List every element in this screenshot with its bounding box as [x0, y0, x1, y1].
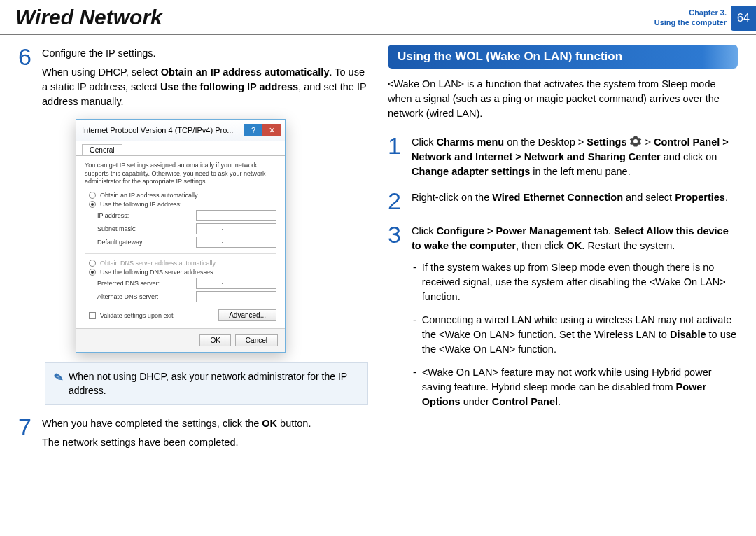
help-icon[interactable]: ?	[244, 124, 262, 136]
field-pref-dns: Preferred DNS server: . . .	[97, 278, 276, 289]
section-banner: Using the WOL (Wake On LAN) function	[388, 45, 738, 69]
radio-selected-icon	[89, 269, 96, 276]
note-3: <Wake On LAN> feature may not work while…	[413, 365, 738, 409]
wol-intro: <Wake On LAN> is a function that activat…	[388, 77, 738, 121]
step-6-p1: Configure the IP settings.	[42, 46, 368, 61]
right-column: Using the WOL (Wake On LAN) function <Wa…	[388, 45, 738, 454]
field-ip-address: IP address: . . .	[97, 210, 276, 221]
radio-use-dns[interactable]: Use the following DNS server addresses:	[89, 269, 276, 276]
dialog-footer: OK Cancel	[76, 328, 285, 352]
dialog-title-text: Internet Protocol Version 4 (TCP/IPv4) P…	[82, 126, 233, 134]
dialog-body: You can get IP settings assigned automat…	[76, 155, 285, 328]
step-2: 2 Right-click on the Wired Ethernet Conn…	[388, 189, 738, 213]
dialog-titlebar: Internet Protocol Version 4 (TCP/IPv4) P…	[76, 120, 285, 141]
step-6: 6 Configure the IP settings. When using …	[18, 45, 368, 109]
step-2-number: 2	[388, 189, 405, 213]
chapter-page-block: Chapter 3. Using the computer 64	[654, 6, 756, 31]
step-1-number: 1	[388, 134, 405, 179]
note-text: When not using DHCP, ask your network ad…	[69, 370, 359, 397]
note-1: If the system wakes up from Sleep mode e…	[413, 260, 738, 304]
preferred-dns-input[interactable]: . . .	[196, 278, 276, 289]
step-2-body: Right-click on the Wired Ethernet Connec…	[412, 189, 728, 213]
field-gateway: Default gateway: . . .	[97, 237, 276, 248]
ip-address-input[interactable]: . . .	[196, 210, 276, 221]
alternate-dns-input[interactable]: . . .	[196, 291, 276, 302]
subnet-input[interactable]: . . .	[196, 223, 276, 234]
ipv4-properties-dialog: Internet Protocol Version 4 (TCP/IPv4) P…	[76, 119, 286, 353]
step-3-notes: If the system wakes up from Sleep mode e…	[413, 260, 738, 409]
step-3: 3 Click Configure > Power Management tab…	[388, 223, 738, 253]
radio-obtain-dns: Obtain DNS server address automatically	[89, 260, 276, 267]
step-6-number: 6	[18, 45, 35, 109]
step-1: 1 Click Charms menu on the Desktop > Set…	[388, 134, 738, 179]
checkbox-icon	[89, 312, 96, 319]
field-alt-dns: Alternate DNS server: . . .	[97, 291, 276, 302]
note-box: ✎ When not using DHCP, ask your network …	[45, 362, 368, 405]
chapter-line2: Using the computer	[654, 18, 727, 28]
radio-use-ip[interactable]: Use the following IP address:	[89, 201, 276, 208]
step-3-number: 3	[388, 223, 405, 253]
step-6-p2: When using DHCP, select Obtain an IP add…	[42, 65, 368, 109]
radio-icon	[89, 260, 96, 267]
page-number: 64	[731, 6, 756, 31]
step-6-body: Configure the IP settings. When using DH…	[42, 45, 368, 109]
cancel-button[interactable]: Cancel	[235, 334, 278, 346]
step-7: 7 When you have completed the settings, …	[18, 415, 368, 450]
step-1-body: Click Charms menu on the Desktop > Setti…	[412, 134, 738, 179]
step-7-p1: When you have completed the settings, cl…	[42, 416, 311, 431]
left-column: 6 Configure the IP settings. When using …	[18, 45, 368, 454]
gateway-input[interactable]: . . .	[196, 237, 276, 248]
step-7-p2: The network settings have been completed…	[42, 435, 311, 450]
ok-button[interactable]: OK	[200, 334, 230, 346]
step-7-number: 7	[18, 415, 35, 450]
close-icon[interactable]: ✕	[262, 124, 281, 136]
step-3-body: Click Configure > Power Management tab. …	[412, 223, 738, 253]
dialog-tabs: General	[76, 141, 285, 155]
chapter-line1: Chapter 3.	[654, 8, 727, 18]
page-title: Wired Network	[15, 6, 162, 29]
page-header: Wired Network Chapter 3. Using the compu…	[0, 0, 756, 35]
field-subnet: Subnet mask: . . .	[97, 223, 276, 234]
radio-selected-icon	[89, 201, 96, 208]
advanced-button[interactable]: Advanced...	[218, 309, 276, 321]
pencil-icon: ✎	[52, 369, 64, 386]
step-7-body: When you have completed the settings, cl…	[42, 415, 311, 450]
radio-icon	[89, 192, 96, 199]
gear-icon	[629, 135, 642, 148]
dialog-intro-text: You can get IP settings assigned automat…	[85, 162, 276, 186]
tab-general[interactable]: General	[82, 144, 122, 155]
chapter-text: Chapter 3. Using the computer	[654, 8, 731, 28]
validate-checkbox[interactable]: Validate settings upon exit	[89, 312, 173, 319]
note-2: Connecting a wired LAN while using a wir…	[413, 313, 738, 357]
radio-obtain-ip[interactable]: Obtain an IP address automatically	[89, 192, 276, 199]
